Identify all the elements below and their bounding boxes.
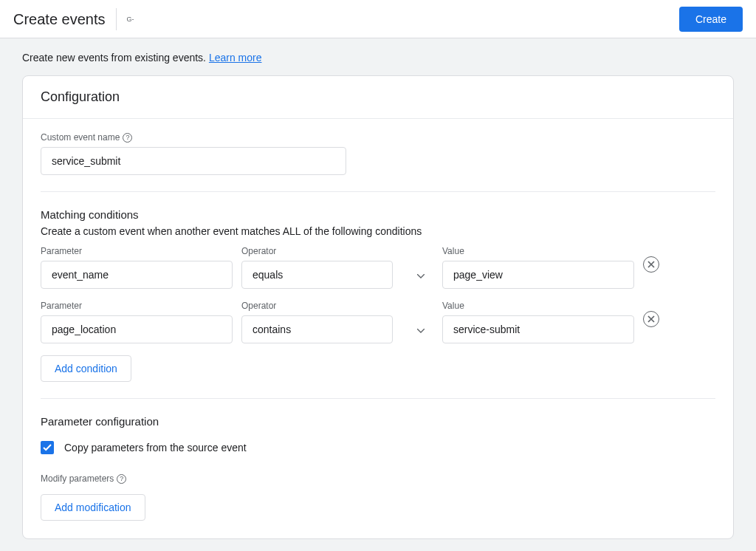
- copy-params-checkbox[interactable]: [41, 441, 54, 454]
- property-id: G-: [127, 16, 134, 23]
- help-icon[interactable]: ?: [117, 474, 126, 484]
- parameter-input[interactable]: [41, 261, 233, 289]
- header-left: Create events G-: [13, 8, 134, 30]
- matching-heading: Matching conditions: [41, 208, 715, 221]
- copy-params-label: Copy parameters from the source event: [64, 442, 247, 454]
- operator-select[interactable]: [241, 261, 393, 289]
- value-label: Value: [442, 301, 634, 311]
- condition-row: Parameter Operator Value: [41, 246, 715, 289]
- divider: [41, 398, 715, 399]
- operator-select[interactable]: [241, 315, 393, 343]
- learn-more-link[interactable]: Learn more: [209, 52, 262, 64]
- matching-sub: Create a custom event when another event…: [41, 225, 715, 237]
- condition-row: Parameter Operator Value: [41, 301, 715, 343]
- chevron-down-icon: [417, 268, 425, 281]
- add-condition-button[interactable]: Add condition: [41, 355, 131, 382]
- card-title: Configuration: [23, 76, 733, 119]
- help-icon[interactable]: ?: [123, 133, 132, 143]
- remove-condition-button[interactable]: [643, 256, 659, 273]
- custom-event-label: Custom event name ?: [41, 132, 715, 143]
- check-icon: [43, 444, 52, 451]
- remove-condition-button[interactable]: [643, 311, 659, 327]
- config-card: Configuration Custom event name ? Matchi…: [22, 75, 734, 539]
- info-bar: Create new events from existing events. …: [0, 38, 756, 75]
- operator-label: Operator: [241, 301, 433, 311]
- custom-event-name-input[interactable]: [41, 147, 346, 175]
- copy-params-row: Copy parameters from the source event: [41, 441, 715, 454]
- close-icon: [647, 261, 655, 268]
- parameter-input[interactable]: [41, 315, 233, 343]
- operator-label: Operator: [241, 246, 433, 256]
- info-text: Create new events from existing events.: [22, 52, 209, 64]
- divider: [41, 191, 715, 192]
- create-button[interactable]: Create: [679, 7, 743, 32]
- header: Create events G- Create: [0, 0, 756, 38]
- value-input[interactable]: [442, 315, 634, 343]
- param-config-heading: Parameter configuration: [41, 415, 715, 428]
- page-title: Create events: [13, 8, 117, 30]
- param-label: Parameter: [41, 246, 233, 256]
- add-modification-button[interactable]: Add modification: [41, 494, 145, 521]
- value-input[interactable]: [442, 261, 634, 289]
- chevron-down-icon: [417, 323, 425, 336]
- value-label: Value: [442, 246, 634, 256]
- modify-params-label: Modify parameters ?: [41, 473, 715, 484]
- close-icon: [647, 315, 655, 323]
- param-label: Parameter: [41, 301, 233, 311]
